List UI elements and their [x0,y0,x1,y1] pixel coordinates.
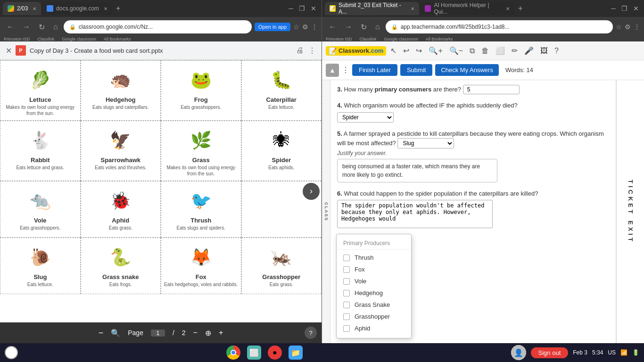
dropdown-item-aphid[interactable]: Aphid [337,322,411,334]
forward-btn-right[interactable]: → [342,22,355,32]
zoom-magnify-btn[interactable]: ⊕ [205,329,211,337]
zoom-in-btn[interactable]: 🔍+ [426,45,445,56]
q5-select[interactable]: Slug Fox Grasshopper [397,138,454,148]
zoom-plus-btn[interactable]: + [219,329,223,337]
checkbox-hedgehog[interactable] [343,290,350,296]
next-page-btn[interactable]: › [303,183,320,200]
page-number-input[interactable] [151,329,165,337]
card-Sparrowhawk[interactable]: 🦅SparrowhawkEats voles and thrushes. [81,121,161,181]
card-Grasshopper[interactable]: 🦗GrasshopperEats grass. [241,238,322,294]
mic-btn[interactable]: 🎤 [522,45,536,56]
dropdown-item-hedgehog[interactable]: Hedgehog [337,287,411,299]
files-icon[interactable]: 📁 [289,346,303,360]
checkbox-thrush[interactable] [343,255,350,261]
print-btn[interactable]: 🖨 [296,46,304,55]
back-btn-left[interactable]: ← [4,22,17,32]
user-avatar[interactable]: 👤 [511,345,526,360]
assignment-dots-btn[interactable]: ⋮ [342,66,349,74]
help-btn[interactable]: ? [305,327,317,339]
refresh-btn-left[interactable]: ↻ [36,22,48,33]
bookmark-google-classroom-right[interactable]: Google classroom [384,37,419,41]
close-btn-right[interactable]: ✕ [631,5,641,12]
copy-btn[interactable]: ⧉ [467,46,477,56]
card-Thrush[interactable]: 🐦ThrushEats slugs and spiders. [161,181,241,238]
bookmark-classlink[interactable]: Classlink [38,37,55,41]
zoom-out-btn2[interactable]: − [193,329,198,337]
refresh-btn-right[interactable]: ↻ [358,22,370,33]
menu-btn-left[interactable]: ⋮ [311,23,318,31]
cursor-tool-btn[interactable]: ↖ [388,45,399,56]
extensions-btn-right[interactable]: ⚙ [625,23,631,31]
checkbox-grass-snake[interactable] [343,302,350,308]
image-btn[interactable]: 🖼 [538,46,550,56]
bookmark-btn-right[interactable]: ☆ [616,23,622,31]
minimize-btn-right[interactable]: ─ [609,5,618,12]
close-btn-left[interactable]: ✕ [308,5,319,12]
bookmark-google-classroom[interactable]: Google classroom [62,37,97,41]
tab-docs[interactable]: docs.google.com ✕ [42,2,112,15]
card-Vole[interactable]: 🐀VoleEats grasshoppers. [0,181,81,238]
redo-btn[interactable]: ↪ [413,45,424,56]
minimize-btn-left[interactable]: ─ [286,5,296,12]
checkbox-aphid[interactable] [343,325,350,332]
checkbox-vole[interactable] [343,278,350,285]
card-Aphid[interactable]: 🐞AphidEats grass. [81,181,161,238]
dropdown-item-fox[interactable]: Fox [337,263,411,275]
home-btn-right[interactable]: ⌂ [372,22,383,32]
card-Grass snake[interactable]: 🐍Grass snakeEats frogs. [81,238,161,294]
bookmark-princeton[interactable]: Princeton ISD [4,37,30,41]
doc-close-btn[interactable]: ✕ [6,46,12,55]
tab-2-03[interactable]: 2/03 ✕ [3,2,41,15]
bookmark-all[interactable]: All Bookmarks [104,37,131,41]
taskbar-circle[interactable]: ○ [5,346,18,359]
tab-submit[interactable]: 📝 Submit 2_03 Exit Ticket - A... ✕ [325,2,419,15]
dropdown-item-grass-snake[interactable]: Grass Snake [337,299,411,311]
extensions-btn-left[interactable]: ⚙ [302,23,308,31]
right-address-bar[interactable]: 🔒 app.teachermade.com/fill/25bd91c3-1ad8… [386,20,613,33]
open-in-app-btn[interactable]: Open in app [255,23,290,31]
dropdown-item-vole[interactable]: Vole [337,275,411,287]
check-answers-btn[interactable]: Check My Answers [435,64,499,76]
card-Spider[interactable]: 🕷SpiderEats aphids. [241,121,322,181]
more-options-btn[interactable]: ⋮ [308,46,316,55]
crop-btn[interactable]: ⬜ [493,45,507,56]
card-Hedgehog[interactable]: 🦔HedgehogEats slugs and caterpillars. [81,60,161,121]
checkbox-grasshopper[interactable] [343,313,350,320]
card-Lettuce[interactable]: 🥬LettuceMakes its own food using energy … [0,60,81,121]
bookmark-btn-left[interactable]: ☆ [293,23,299,31]
chrome-icon[interactable] [226,346,240,360]
tab-ai[interactable]: AI Homework Helper | Qui... ✕ [420,2,514,15]
left-address-bar[interactable]: 🔒 classroom.google.com/c/Nz... [64,20,252,33]
card-Caterpillar[interactable]: 🐛CaterpillarEats lettuce. [241,60,322,121]
card-Fox[interactable]: 🦊FoxEats hedgehogs, voles and rabbits. [161,238,241,294]
q4-select[interactable]: Spider Fox Vole [337,112,394,123]
delete-btn[interactable]: 🗑 [479,46,491,56]
assignment-up-btn[interactable]: ▲ [326,64,339,77]
dropdown-item-thrush[interactable]: Thrush [337,252,411,263]
dropdown-item-grasshopper[interactable]: Grasshopper [337,311,411,322]
bookmark-classlink-right[interactable]: Classlink [360,37,377,41]
card-Frog[interactable]: 🐸FrogEats grasshoppers. [161,60,241,121]
record-icon[interactable]: ● [268,346,282,360]
sign-out-btn[interactable]: Sign out [531,347,569,358]
card-Rabbit[interactable]: 🐇RabbitEats lettuce and grass. [0,121,81,181]
home-btn-left[interactable]: ⌂ [50,22,61,32]
undo-btn[interactable]: ↩ [401,45,412,56]
tab3-close[interactable]: ✕ [411,6,414,11]
maximize-btn-left[interactable]: ❐ [297,5,307,12]
zoom-in-icon[interactable]: 🔍 [111,329,120,337]
zoom-out-btn-tm[interactable]: 🔍− [447,45,465,56]
help-btn-tm[interactable]: ? [552,46,561,56]
finish-later-btn[interactable]: Finish Later [352,64,397,76]
q3-input[interactable] [463,85,520,94]
submit-btn[interactable]: Submit [400,64,432,76]
tab2-close[interactable]: ✕ [104,6,107,11]
bookmark-princeton-right[interactable]: Princeton ISD [326,37,352,41]
tab1-close[interactable]: ✕ [33,6,36,11]
checkbox-fox[interactable] [343,266,350,273]
menu-btn-right[interactable]: ⋮ [634,23,640,31]
zoom-out-btn[interactable]: − [99,328,104,338]
new-tab-button-left[interactable]: + [113,4,123,13]
restore-btn-right[interactable]: ❐ [619,5,630,12]
bookmark-all-right[interactable]: All Bookmarks [426,37,453,41]
